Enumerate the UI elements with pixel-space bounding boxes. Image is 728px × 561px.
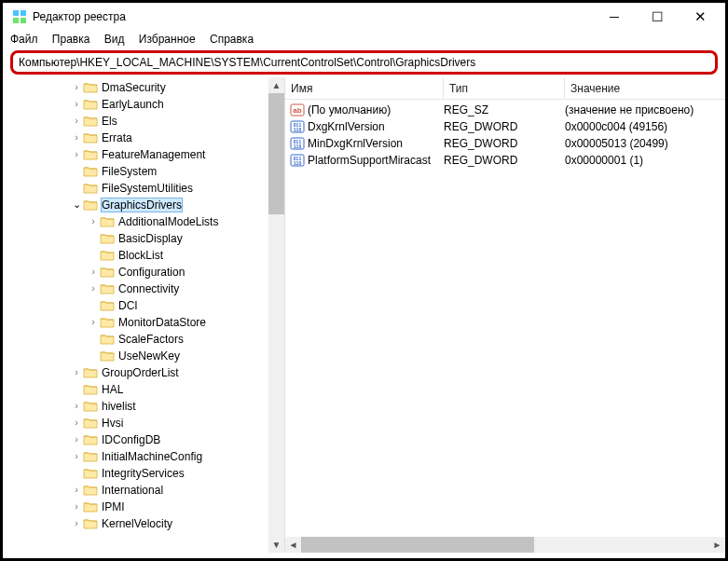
tree-node[interactable]: ›Errata [3,130,284,146]
tree-node-label[interactable]: HAL [101,383,124,396]
tree-node[interactable]: ›International [3,482,284,499]
tree-node[interactable]: ›hivelist [3,398,284,415]
tree-node[interactable]: ›BasicDisplay [3,230,284,247]
minimize-button[interactable]: ─ [593,3,636,31]
tree-node[interactable]: ›Hvsi [3,415,284,431]
chevron-right-icon[interactable]: › [70,131,83,143]
column-type[interactable]: Тип [444,77,565,99]
tree-node-label[interactable]: DmaSecurity [101,81,167,94]
tree-node[interactable]: ›DmaSecurity [3,79,284,96]
tree-node[interactable]: ›IPMI [3,499,284,515]
tree-node-label[interactable]: GroupOrderList [101,366,180,379]
chevron-right-icon[interactable]: › [87,266,100,277]
tree-node[interactable]: ›GroupOrderList [3,364,284,381]
chevron-right-icon[interactable]: › [70,81,83,92]
value-row[interactable]: 011110PlatformSupportMiracastREG_DWORD0x… [285,152,725,169]
column-value[interactable]: Значение [565,77,725,99]
tree-node-label[interactable]: IPMI [101,500,126,513]
tree-node[interactable]: ›IDConfigDB [3,431,284,448]
folder-icon [100,299,115,312]
tree-node-label[interactable]: KernelVelocity [101,517,173,530]
chevron-right-icon[interactable]: › [87,316,100,327]
tree-node-label[interactable]: Configuration [117,266,185,279]
chevron-right-icon[interactable]: › [70,450,83,461]
tree-node-label[interactable]: BasicDisplay [117,232,184,245]
menu-help[interactable]: Справка [210,33,254,46]
scroll-thumb[interactable] [268,93,284,214]
chevron-down-icon[interactable]: ⌄ [70,198,83,211]
value-row[interactable]: 011110MinDxgKrnlVersionREG_DWORD0x000050… [285,135,725,152]
tree-node-label[interactable]: IntegrityServices [101,467,185,480]
tree-node-label[interactable]: IDConfigDB [101,433,161,446]
scroll-down-arrow-icon[interactable]: ▼ [268,537,284,553]
scroll-track[interactable] [534,537,709,553]
tree-node-label[interactable]: ScaleFactors [117,333,185,346]
chevron-right-icon[interactable]: › [87,282,100,294]
tree-node-label[interactable]: GraphicsDrivers [101,198,183,212]
tree-node[interactable]: ›HAL [3,381,284,398]
chevron-right-icon[interactable]: › [70,366,83,377]
value-row[interactable]: ab(По умолчанию)REG_SZ(значение не присв… [285,102,725,118]
chevron-right-icon[interactable]: › [87,215,100,226]
tree-node[interactable]: ⌄GraphicsDrivers [3,197,284,213]
tree-node[interactable]: ›KernelVelocity [3,515,284,532]
tree-node-label[interactable]: Errata [101,131,133,144]
tree-node[interactable]: ›FileSystem [3,163,284,180]
tree-node[interactable]: ›ScaleFactors [3,331,284,348]
tree-node-label[interactable]: BlockList [117,249,164,262]
tree-node[interactable]: ›UseNewKey [3,348,284,364]
column-name[interactable]: Имя [285,77,444,99]
menu-file[interactable]: Файл [10,33,38,46]
tree-node[interactable]: ›MonitorDataStore [3,314,284,331]
tree-scrollbar[interactable]: ▲ ▼ [268,77,284,553]
scroll-up-arrow-icon[interactable]: ▲ [268,77,284,93]
menu-view[interactable]: Вид [104,33,125,46]
tree-node[interactable]: ›FileSystemUtilities [3,180,284,197]
chevron-right-icon[interactable]: › [70,500,83,512]
tree-node[interactable]: ›InitialMachineConfig [3,448,284,465]
chevron-right-icon[interactable]: › [70,400,83,411]
tree-node-label[interactable]: InitialMachineConfig [101,450,203,463]
tree-node-label[interactable]: Hvsi [101,417,124,430]
tree-node[interactable]: ›IntegrityServices [3,465,284,482]
value-row[interactable]: 011110DxgKrnlVersionREG_DWORD0x0000c004 … [285,118,725,135]
scroll-thumb[interactable] [301,537,534,553]
menu-favorites[interactable]: Избранное [139,33,196,46]
chevron-right-icon[interactable]: › [70,115,83,126]
tree-node-label[interactable]: UseNewKey [117,349,181,363]
tree-node-label[interactable]: FeatureManagement [101,148,206,161]
tree-node-label[interactable]: FileSystemUtilities [101,182,194,195]
tree-node-label[interactable]: DCI [117,299,139,312]
tree-node[interactable]: ›Connectivity [3,280,284,297]
scroll-right-arrow-icon[interactable]: ► [709,537,725,553]
chevron-right-icon[interactable]: › [70,433,83,445]
tree-node[interactable]: ›Els [3,113,284,130]
tree-node[interactable]: ›AdditionalModeLists [3,213,284,230]
menu-edit[interactable]: Правка [52,33,90,46]
values-scrollbar[interactable]: ◄ ► [285,537,725,553]
tree-node[interactable]: ›Configuration [3,264,284,280]
tree-node-label[interactable]: FileSystem [101,165,158,178]
scroll-left-arrow-icon[interactable]: ◄ [285,537,301,553]
tree-node-label[interactable]: MonitorDataStore [117,316,207,329]
maximize-button[interactable]: ☐ [636,3,679,31]
address-input[interactable] [19,56,709,69]
close-button[interactable]: ✕ [679,3,721,31]
tree-node-label[interactable]: International [101,484,164,497]
chevron-right-icon[interactable]: › [70,484,83,495]
chevron-right-icon[interactable]: › [70,148,83,159]
chevron-right-icon[interactable]: › [70,417,83,428]
tree-node-label[interactable]: AdditionalModeLists [117,215,219,228]
chevron-right-icon[interactable]: › [70,98,83,109]
tree-node-label[interactable]: Els [101,115,118,128]
tree-node-label[interactable]: Connectivity [117,282,180,295]
tree-node-label[interactable]: hivelist [101,400,137,413]
tree-node[interactable]: ›BlockList [3,247,284,264]
chevron-right-icon[interactable]: › [70,517,83,528]
tree-node[interactable]: ›FeatureManagement [3,146,284,163]
registry-tree[interactable]: ›DmaSecurity›EarlyLaunch›Els›Errata›Feat… [3,77,284,553]
tree-node[interactable]: ›DCI [3,297,284,314]
scroll-track[interactable] [268,214,284,537]
tree-node[interactable]: ›EarlyLaunch [3,96,284,113]
tree-node-label[interactable]: EarlyLaunch [101,98,165,111]
